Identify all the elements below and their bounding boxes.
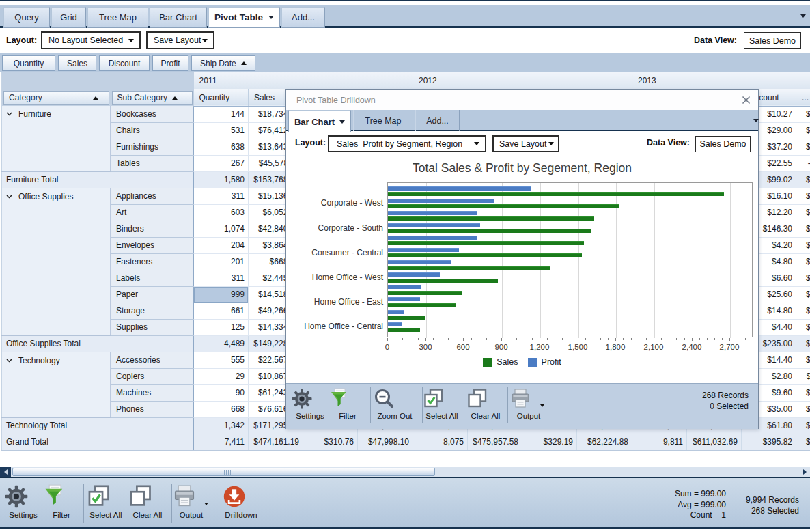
sub-category-cell[interactable]: Supplies: [111, 319, 194, 335]
pivot-cell[interactable]: $12,927.04: [796, 286, 810, 303]
category-cell[interactable]: Technology: [2, 352, 111, 417]
pivot-cell[interactable]: 603: [194, 204, 249, 221]
pivot-cell[interactable]: $13,440.00: [796, 139, 810, 155]
sub-category-cell[interactable]: Envelopes: [111, 237, 194, 253]
tab-overflow-chevron-down-icon[interactable]: [800, 14, 806, 18]
pivot-cell[interactable]: $329.19: [522, 434, 577, 450]
field-chip-quantity[interactable]: Quantity: [2, 55, 55, 71]
pivot-cell[interactable]: 7,411: [194, 434, 249, 450]
dialog-filter-button[interactable]: Filter: [329, 388, 367, 420]
pivot-cell[interactable]: 1,074: [194, 221, 249, 237]
tab-grid[interactable]: Grid: [51, 7, 86, 28]
sub-category-cell[interactable]: Fasteners: [111, 253, 194, 270]
tab-tree-map[interactable]: Tree Map: [87, 7, 148, 28]
sub-category-cell[interactable]: Paper: [111, 286, 194, 303]
sub-category-cell[interactable]: Machines: [111, 384, 194, 401]
dialog-output-dropdown-chevron-icon[interactable]: [540, 404, 544, 407]
output-dropdown-chevron-icon[interactable]: [204, 503, 208, 505]
dialog-save-layout-select[interactable]: Save Layout: [492, 135, 559, 152]
pivot-cell[interactable]: 638: [194, 139, 249, 155]
pivot-cell[interactable]: 29: [194, 368, 249, 384]
measure-header[interactable]: ...: [796, 89, 810, 106]
field-chip-profit[interactable]: Profit: [152, 55, 188, 71]
pivot-cell[interactable]: $62,224.88: [577, 434, 632, 450]
pivot-cell[interactable]: $611,032.69: [687, 434, 742, 450]
filter-button[interactable]: Filter: [42, 484, 81, 519]
expand-chevron-icon[interactable]: [6, 195, 12, 199]
dialog-tab-add[interactable]: Add...: [415, 110, 460, 131]
category-cell[interactable]: Office Supplies: [2, 188, 111, 335]
pivot-cell[interactable]: 4,489: [194, 335, 249, 352]
field-chip-sales[interactable]: Sales: [58, 55, 96, 71]
pivot-cell[interactable]: 201: [194, 253, 249, 270]
pivot-cell[interactable]: $13,203.93: [796, 352, 810, 368]
layout-select[interactable]: No Layout Selected: [41, 31, 141, 49]
pivot-cell[interactable]: $475,957.58: [468, 434, 522, 450]
pivot-cell[interactable]: $310.76: [303, 434, 358, 450]
select-all-button[interactable]: Select All: [87, 484, 125, 519]
sub-category-cell[interactable]: Binders: [111, 221, 194, 237]
dialog-tab-tree-map[interactable]: Tree Map: [353, 110, 413, 131]
pivot-cell[interactable]: 125: [194, 319, 249, 335]
pivot-cell[interactable]: 311: [194, 270, 249, 286]
data-view-button[interactable]: Sales Demo: [744, 32, 801, 49]
pivot-cell[interactable]: 8,075: [413, 434, 468, 450]
total-label-cell[interactable]: Office Supplies Total: [2, 335, 194, 352]
pivot-cell[interactable]: $12,793.01: [796, 319, 810, 335]
category-header[interactable]: Category: [3, 91, 109, 105]
pivot-cell[interactable]: $81,572.34: [796, 434, 810, 450]
field-chip-discount[interactable]: Discount: [99, 55, 150, 71]
pivot-cell[interactable]: 144: [194, 106, 249, 122]
pivot-cell[interactable]: 267: [194, 155, 249, 171]
scroll-right-button[interactable]: [799, 467, 810, 477]
year-header[interactable]: 2013: [632, 72, 810, 89]
pivot-cell[interactable]: 999: [194, 286, 249, 303]
field-chip-ship-date[interactable]: Ship Date: [191, 55, 255, 71]
scroll-left-button[interactable]: [0, 467, 11, 477]
total-label-cell[interactable]: Furniture Total: [2, 171, 194, 188]
sub-category-header[interactable]: Sub Category: [112, 91, 193, 105]
pivot-cell[interactable]: 9,811: [632, 434, 687, 450]
pivot-cell[interactable]: $16,084.31: [796, 221, 810, 237]
dialog-settings-button[interactable]: Settings: [291, 388, 329, 420]
pivot-cell[interactable]: 204: [194, 237, 249, 253]
pivot-cell[interactable]: 661: [194, 303, 249, 319]
dialog-titlebar[interactable]: Pivot Table Drilldown: [286, 90, 758, 110]
year-header[interactable]: 2011: [194, 72, 413, 89]
pivot-cell[interactable]: 531: [194, 122, 249, 139]
pivot-cell[interactable]: $474,161.19: [249, 434, 303, 450]
pivot-cell[interactable]: $10,147.08: [796, 253, 810, 270]
pivot-cell[interactable]: $11,864.93: [796, 368, 810, 384]
dialog-tab-bar-chart[interactable]: Bar Chart: [288, 110, 351, 132]
year-header[interactable]: 2012: [413, 72, 632, 89]
pivot-cell[interactable]: 311: [194, 188, 249, 204]
pivot-cell[interactable]: $13,009.86: [796, 188, 810, 204]
total-label-cell[interactable]: Technology Total: [2, 417, 194, 434]
dialog-close-icon[interactable]: [741, 95, 751, 105]
pivot-cell[interactable]: 668: [194, 401, 249, 417]
pivot-cell[interactable]: -$1,862.31: [796, 155, 810, 171]
output-button[interactable]: Output: [172, 484, 210, 519]
pivot-cell[interactable]: $47,998.10: [358, 434, 413, 450]
total-label-cell[interactable]: Grand Total: [2, 434, 194, 450]
scrollbar-thumb[interactable]: [12, 468, 435, 476]
pivot-cell[interactable]: $19,994.08: [796, 303, 810, 319]
pivot-cell[interactable]: 1,342: [194, 417, 249, 434]
sub-category-cell[interactable]: Furnishings: [111, 139, 194, 155]
dialog-clear-all-button[interactable]: Clear All: [466, 388, 505, 420]
expand-chevron-icon[interactable]: [6, 112, 12, 116]
pivot-cell[interactable]: $395.82: [742, 434, 796, 450]
settings-button[interactable]: Settings: [4, 484, 42, 519]
dialog-zoom-out-button[interactable]: Zoom Out: [374, 388, 416, 420]
pivot-cell[interactable]: $10,504.70: [796, 270, 810, 286]
sub-category-cell[interactable]: Appliances: [111, 188, 194, 204]
sub-category-cell[interactable]: Tables: [111, 155, 194, 171]
pivot-cell[interactable]: $19,498.48: [796, 384, 810, 401]
expand-chevron-icon[interactable]: [6, 359, 12, 363]
sub-category-cell[interactable]: Labels: [111, 270, 194, 286]
pivot-cell[interactable]: $10,781.18: [796, 237, 810, 253]
sub-category-cell[interactable]: Bookcases: [111, 106, 194, 122]
tab-bar-chart[interactable]: Bar Chart: [150, 7, 207, 28]
dialog-tab-overflow-chevron-icon[interactable]: [753, 119, 759, 122]
pivot-cell[interactable]: 555: [194, 352, 249, 368]
